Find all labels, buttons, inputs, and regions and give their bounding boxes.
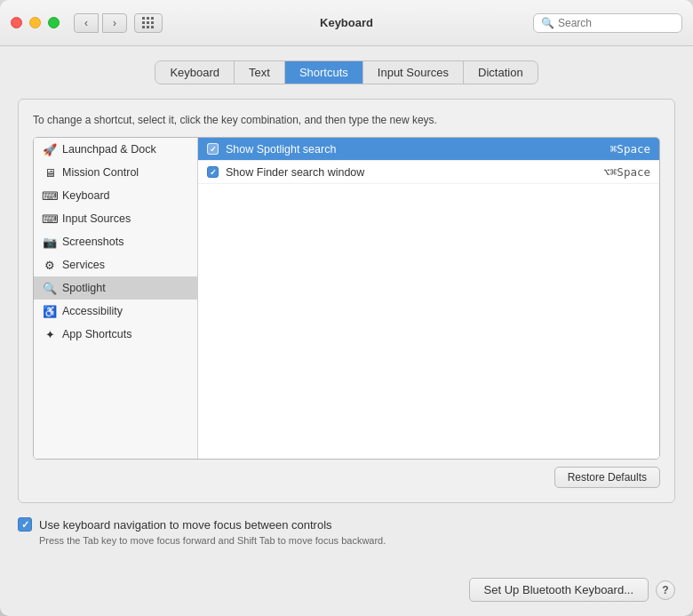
content-area: Keyboard Text Shortcuts Input Sources Di… [0,46,693,564]
bottom-bar: Set Up Bluetooth Keyboard... ? [0,564,693,616]
maximize-button[interactable] [48,17,60,28]
sidebar-item-label: App Shortcuts [62,328,132,340]
restore-defaults-button[interactable]: Restore Defaults [554,467,660,488]
sidebar-item-label: Launchpad & Dock [62,143,156,156]
tab-bar: Keyboard Text Shortcuts Input Sources Di… [155,60,538,84]
grid-view-button[interactable] [134,13,163,33]
sidebar-item-mission-control[interactable]: 🖥 Mission Control [34,161,197,184]
finder-shortcut: ⌥⌘Space [603,165,650,179]
services-icon: ⚙ [43,258,57,272]
shortcuts-sidebar: 🚀 Launchpad & Dock 🖥 Mission Control ⌨ K… [34,138,198,459]
keyboard-icon: ⌨ [43,188,57,203]
sidebar-item-label: Accessibility [62,305,123,317]
tab-dictation[interactable]: Dictation [464,61,538,84]
traffic-lights [11,17,60,28]
tab-input-sources[interactable]: Input Sources [363,61,464,84]
finder-checkbox[interactable] [207,166,219,178]
nav-buttons: ‹ › [74,13,127,33]
sidebar-item-label: Spotlight [62,282,106,294]
close-button[interactable] [11,17,22,28]
sidebar-item-app-shortcuts[interactable]: ✦ App Shortcuts [34,323,197,346]
sidebar-item-label: Screenshots [62,236,123,248]
keyboard-preferences-window: ‹ › Keyboard 🔍 Keyboard Text Shortcuts I… [0,0,693,616]
mission-control-icon: 🖥 [43,165,57,180]
shortcuts-panel: To change a shortcut, select it, click t… [18,99,675,503]
keyboard-nav-label: Use keyboard navigation to move focus be… [39,518,332,532]
keyboard-nav-hint: Press the Tab key to move focus forward … [39,535,675,546]
tab-shortcuts[interactable]: Shortcuts [285,61,363,84]
sidebar-item-input-sources[interactable]: ⌨ Input Sources [34,207,197,230]
sidebar-item-label: Input Sources [62,212,131,225]
grid-icon [142,17,155,29]
split-view: 🚀 Launchpad & Dock 🖥 Mission Control ⌨ K… [33,137,660,460]
sidebar-item-accessibility[interactable]: ♿ Accessibility [34,300,197,323]
keyboard-nav-row: Use keyboard navigation to move focus be… [18,517,675,532]
sidebar-item-label: Keyboard [62,189,110,202]
list-item-show-finder[interactable]: Show Finder search window ⌥⌘Space [198,161,659,184]
tab-bar-container: Keyboard Text Shortcuts Input Sources Di… [18,60,675,84]
spotlight-icon: 🔍 [43,281,57,295]
list-item-show-spotlight[interactable]: Show Spotlight search ⌘Space [198,138,659,161]
forward-button[interactable]: › [102,13,127,33]
tab-text[interactable]: Text [235,61,285,84]
tab-keyboard[interactable]: Keyboard [155,61,235,84]
sidebar-item-label: Mission Control [62,166,139,179]
window-title: Keyboard [320,16,373,29]
instruction-text: To change a shortcut, select it, click t… [33,114,660,126]
spotlight-checkbox[interactable] [207,143,219,155]
sidebar-item-label: Services [62,259,105,271]
search-bar[interactable]: 🔍 [533,13,682,33]
screenshots-icon: 📷 [43,235,57,249]
shortcuts-list: Show Spotlight search ⌘Space Show Finder… [198,138,659,459]
titlebar: ‹ › Keyboard 🔍 [0,0,693,46]
search-input[interactable] [558,17,674,29]
finder-item-label: Show Finder search window [226,166,603,179]
restore-defaults-row: Restore Defaults [33,467,660,488]
setup-bluetooth-button[interactable]: Set Up Bluetooth Keyboard... [469,578,649,602]
search-icon: 🔍 [541,17,554,29]
app-shortcuts-icon: ✦ [43,327,57,341]
sidebar-item-services[interactable]: ⚙ Services [34,253,197,276]
back-button[interactable]: ‹ [74,13,99,33]
spotlight-item-label: Show Spotlight search [226,143,610,156]
accessibility-icon: ♿ [43,304,57,318]
sidebar-item-launchpad[interactable]: 🚀 Launchpad & Dock [34,138,197,161]
spotlight-shortcut: ⌘Space [610,142,650,156]
sidebar-item-keyboard[interactable]: ⌨ Keyboard [34,184,197,207]
input-sources-icon: ⌨ [43,212,57,226]
sidebar-item-screenshots[interactable]: 📷 Screenshots [34,230,197,253]
help-button[interactable]: ? [656,580,675,600]
launchpad-icon: 🚀 [43,142,57,156]
sidebar-item-spotlight[interactable]: 🔍 Spotlight [34,276,197,300]
minimize-button[interactable] [29,17,41,28]
keyboard-nav-checkbox[interactable] [18,517,32,532]
